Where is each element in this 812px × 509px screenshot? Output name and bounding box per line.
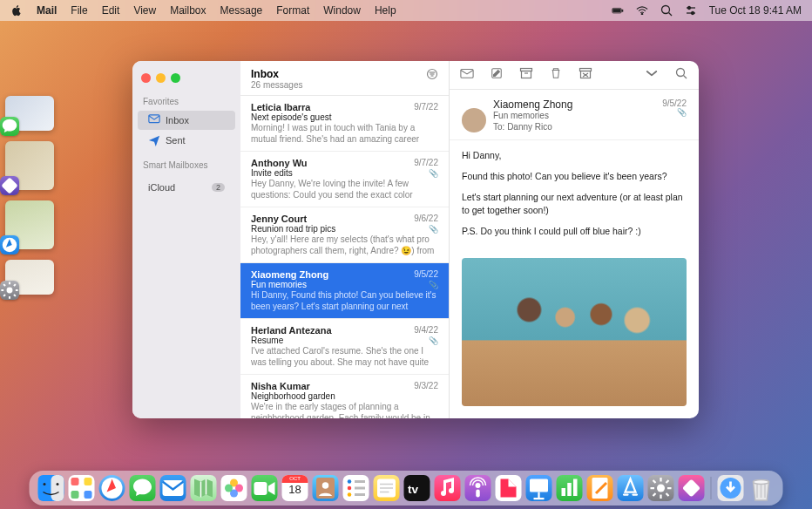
- spotlight-icon[interactable]: [660, 4, 673, 17]
- dock-photos[interactable]: [221, 475, 247, 501]
- menu-mailbox[interactable]: Mailbox: [170, 4, 206, 17]
- sidebar-item-icloud[interactable]: iCloud 2: [138, 179, 235, 196]
- dock-trash[interactable]: [748, 475, 775, 501]
- stage-thumb-messages[interactable]: [5, 96, 54, 131]
- shortcuts-icon: [0, 176, 19, 195]
- dock-mail[interactable]: [160, 475, 186, 501]
- battery-icon[interactable]: [612, 4, 624, 17]
- sidebar-item-inbox[interactable]: Inbox: [138, 111, 235, 130]
- list-title: Inbox: [251, 68, 302, 80]
- attachment-icon: 📎: [677, 108, 687, 117]
- apple-menu[interactable]: [10, 4, 23, 17]
- dock-facetime[interactable]: [252, 475, 278, 501]
- svg-line-5: [668, 13, 672, 17]
- dock-keynote[interactable]: [526, 475, 552, 501]
- message-list[interactable]: Leticia Ibarra9/7/22Next episode's guest…: [240, 96, 449, 418]
- svg-point-44: [348, 479, 352, 484]
- message-row[interactable]: Nisha Kumar9/3/22Neighborhood gardenWe'r…: [240, 375, 449, 418]
- dock-podcasts[interactable]: [465, 475, 491, 501]
- sent-icon: [148, 134, 160, 146]
- dock-reminders[interactable]: [343, 475, 369, 501]
- dock-shortcuts[interactable]: [679, 475, 705, 501]
- sidebar-inbox-label: Inbox: [166, 115, 189, 126]
- msg-preview: Hey, y'all! Here are my selects (that's …: [251, 234, 438, 255]
- menu-edit[interactable]: Edit: [102, 4, 120, 17]
- svg-point-12: [7, 288, 13, 294]
- attachment-icon: 📎: [429, 169, 438, 178]
- more-icon[interactable]: [645, 67, 659, 83]
- message-row[interactable]: Jenny Court9/6/22Reunion road trip pics📎…: [240, 207, 449, 263]
- sidebar-item-sent[interactable]: Sent: [138, 131, 235, 150]
- menu-bar: Mail File Edit View Mailbox Message Form…: [0, 0, 812, 21]
- msg-subject: Invite edits: [251, 168, 293, 178]
- svg-point-30: [57, 483, 59, 485]
- reader-toolbar: [450, 61, 699, 90]
- svg-point-7: [687, 7, 690, 10]
- svg-point-40: [225, 485, 233, 492]
- message-row[interactable]: Anthony Wu9/7/22Invite edits📎Hey Danny, …: [240, 152, 449, 207]
- svg-rect-1: [612, 9, 619, 11]
- dock-launchpad[interactable]: [69, 475, 95, 501]
- reply-icon[interactable]: [460, 67, 474, 83]
- menu-format[interactable]: Format: [276, 4, 309, 17]
- menu-app-name[interactable]: Mail: [37, 4, 57, 17]
- svg-point-4: [661, 6, 669, 14]
- attached-photo[interactable]: [462, 258, 687, 406]
- dock-maps[interactable]: [191, 475, 217, 501]
- dock-news[interactable]: [496, 475, 522, 501]
- reader-subject: Fun memories: [462, 111, 687, 120]
- msg-preview: We're in the early stages of planning a …: [251, 402, 438, 418]
- reader-pane: 9/5/22 📎 Xiaomeng Zhong Fun memories To:…: [450, 61, 699, 418]
- zoom-button[interactable]: [171, 73, 180, 83]
- dock-settings[interactable]: [648, 475, 674, 501]
- archive-icon[interactable]: [519, 67, 533, 83]
- dock-messages[interactable]: [130, 475, 156, 501]
- dock-pages[interactable]: [587, 475, 613, 501]
- junk-icon[interactable]: [579, 67, 592, 83]
- svg-rect-60: [562, 488, 566, 496]
- dock-contacts[interactable]: [313, 475, 339, 501]
- menu-file[interactable]: File: [71, 4, 87, 17]
- message-row[interactable]: Leticia Ibarra9/7/22Next episode's guest…: [240, 96, 449, 152]
- msg-date: 9/3/22: [414, 381, 438, 391]
- body-line: P.S. Do you think I could pull off blue …: [462, 225, 687, 239]
- settings-icon: [0, 281, 19, 300]
- dock-notes[interactable]: [374, 475, 400, 501]
- dock-appstore[interactable]: [618, 475, 644, 501]
- dock-safari[interactable]: [99, 475, 125, 501]
- dock-tv[interactable]: tv: [404, 475, 430, 501]
- stage-thumb-shortcuts[interactable]: [5, 141, 54, 190]
- svg-point-9: [691, 12, 694, 15]
- message-row[interactable]: Xiaomeng Zhong9/5/22Fun memories📎Hi Dann…: [240, 263, 449, 319]
- mail-window: Favorites Inbox Sent Smart Mailboxes iCl…: [132, 61, 699, 418]
- dock-numbers[interactable]: [557, 475, 583, 501]
- dock-calendar[interactable]: OCT 18: [282, 475, 308, 501]
- menu-window[interactable]: Window: [323, 4, 361, 17]
- wifi-icon[interactable]: [636, 4, 648, 17]
- message-row[interactable]: Herland Antezana9/4/22Resume📎I've attach…: [240, 319, 449, 375]
- message-list-pane: Inbox 26 messages Leticia Ibarra9/7/22Ne…: [240, 61, 450, 418]
- delete-icon[interactable]: [549, 67, 563, 83]
- close-button[interactable]: [141, 73, 151, 83]
- menu-help[interactable]: Help: [375, 4, 396, 17]
- menu-clock[interactable]: Tue Oct 18 9:41 AM: [709, 4, 802, 17]
- search-icon[interactable]: [674, 67, 688, 83]
- dock-separator: [711, 477, 712, 499]
- stage-thumb-settings[interactable]: [5, 260, 54, 295]
- control-center-icon[interactable]: [685, 4, 697, 17]
- dock-finder[interactable]: [38, 475, 64, 501]
- menu-message[interactable]: Message: [220, 4, 263, 17]
- stage-thumb-safari[interactable]: [5, 200, 54, 249]
- reader-to: Danny Rico: [507, 122, 552, 132]
- filter-icon[interactable]: [426, 68, 438, 84]
- dock-music[interactable]: [435, 475, 461, 501]
- menu-view[interactable]: View: [133, 4, 156, 17]
- reader-header: 9/5/22 📎 Xiaomeng Zhong Fun memories To:…: [450, 90, 699, 140]
- msg-date: 9/7/22: [414, 102, 438, 112]
- dock-downloads[interactable]: [718, 475, 744, 501]
- minimize-button[interactable]: [156, 73, 166, 83]
- compose-icon[interactable]: [490, 67, 504, 83]
- msg-preview: I've attached Carol's resume. She's the …: [251, 346, 438, 367]
- msg-from: Nisha Kumar: [251, 381, 310, 391]
- msg-date: 9/7/22: [414, 158, 438, 168]
